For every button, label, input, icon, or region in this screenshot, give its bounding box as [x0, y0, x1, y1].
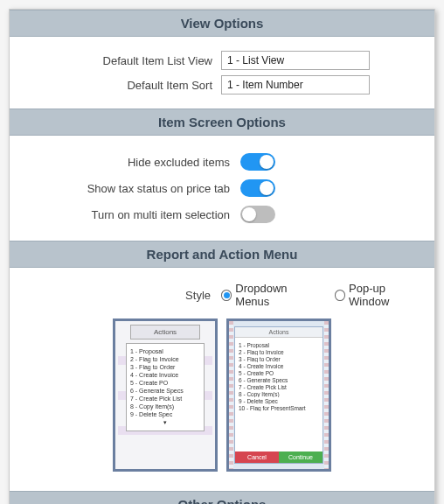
popup-head: Actions: [235, 327, 323, 338]
style-row: Style Dropdown Menus Pop-up Window: [20, 282, 424, 308]
list-item: 4 - Create Invoice: [239, 362, 319, 369]
item-screen-body: Hide excluded items Show tax status on p…: [10, 136, 434, 241]
default-list-view-row: Default Item List View: [20, 51, 424, 70]
multi-select-label: Turn on multi item selection: [20, 208, 240, 221]
list-item: 3 - Flag to Order: [130, 363, 200, 371]
style-previews: Actions 1 - Proposal 2 - Flag to Invoice…: [20, 318, 424, 482]
view-options-body: Default Item List View Default Item Sort: [10, 37, 434, 108]
show-tax-toggle[interactable]: [240, 179, 275, 197]
style-dropdown-label: Dropdown Menus: [235, 282, 318, 308]
default-sort-label: Default Item Sort: [20, 79, 221, 92]
preview-dropdown-head: Actions: [130, 325, 200, 340]
default-list-view-select[interactable]: [221, 51, 370, 70]
list-item: 1 - Proposal: [239, 341, 319, 348]
list-item: 6 - Generate Specs: [130, 387, 200, 395]
hide-excluded-toggle[interactable]: [240, 153, 275, 171]
default-sort-row: Default Item Sort: [20, 75, 424, 94]
preview-dropdown-list: 1 - Proposal 2 - Flag to Invoice 3 - Fla…: [126, 343, 205, 431]
list-item: 2 - Flag to Invoice: [239, 348, 319, 355]
list-item: 8 - Copy Item(s): [239, 390, 319, 397]
item-screen-header: Item Screen Options: [10, 108, 434, 136]
list-item: 7 - Create Pick List: [130, 395, 200, 402]
preview-dropdown[interactable]: Actions 1 - Proposal 2 - Flag to Invoice…: [113, 318, 218, 472]
report-action-body: Style Dropdown Menus Pop-up Window Ac: [10, 268, 434, 491]
list-item: 5 - Create PO: [239, 369, 319, 376]
list-item: 4 - Create Invoice: [130, 371, 200, 379]
list-item: 10 - Flag for PresentSmart: [239, 404, 319, 411]
hide-excluded-row: Hide excluded items: [20, 153, 424, 171]
default-list-view-label: Default Item List View: [20, 54, 221, 67]
multi-select-row: Turn on multi item selection: [20, 206, 424, 223]
settings-panel: View Options Default Item List View Defa…: [9, 9, 435, 504]
radio-icon: [221, 290, 232, 301]
multi-select-toggle[interactable]: [240, 206, 275, 223]
popup-continue-button: Continue: [279, 452, 323, 463]
style-radio-group: Dropdown Menus Pop-up Window: [221, 282, 424, 308]
popup-body: 1 - Proposal 2 - Flag to Invoice 3 - Fla…: [235, 338, 323, 452]
other-options-header: Other Options: [10, 491, 434, 504]
list-item: 3 - Flag to Order: [239, 355, 319, 362]
list-item: 9 - Delete Spec: [239, 397, 319, 404]
popup-window: Actions 1 - Proposal 2 - Flag to Invoice…: [234, 326, 323, 464]
list-item: 9 - Delete Spec: [130, 410, 200, 418]
style-dropdown-option[interactable]: Dropdown Menus: [221, 282, 319, 308]
report-action-header: Report and Action Menu: [10, 241, 434, 268]
chevron-down-icon: ▾: [130, 418, 200, 427]
show-tax-row: Show tax status on price tab: [20, 179, 424, 197]
default-sort-select[interactable]: [221, 75, 370, 94]
popup-footer: Cancel Continue: [235, 452, 323, 463]
list-item: 7 - Create Pick List: [239, 383, 319, 390]
radio-icon: [335, 290, 345, 301]
show-tax-label: Show tax status on price tab: [20, 182, 240, 195]
view-options-header: View Options: [10, 10, 434, 37]
style-label: Style: [20, 289, 221, 302]
preview-popup[interactable]: Actions 1 - Proposal 2 - Flag to Invoice…: [226, 318, 331, 472]
style-popup-option[interactable]: Pop-up Window: [335, 282, 424, 308]
popup-cancel-button: Cancel: [235, 452, 279, 463]
hide-excluded-label: Hide excluded items: [20, 156, 240, 169]
list-item: 1 - Proposal: [130, 347, 200, 355]
list-item: 2 - Flag to Invoice: [130, 355, 200, 363]
style-popup-label: Pop-up Window: [349, 282, 424, 308]
list-item: 6 - Generate Specs: [239, 376, 319, 383]
list-item: 8 - Copy Item(s): [130, 402, 200, 410]
list-item: 5 - Create PO: [130, 379, 200, 387]
